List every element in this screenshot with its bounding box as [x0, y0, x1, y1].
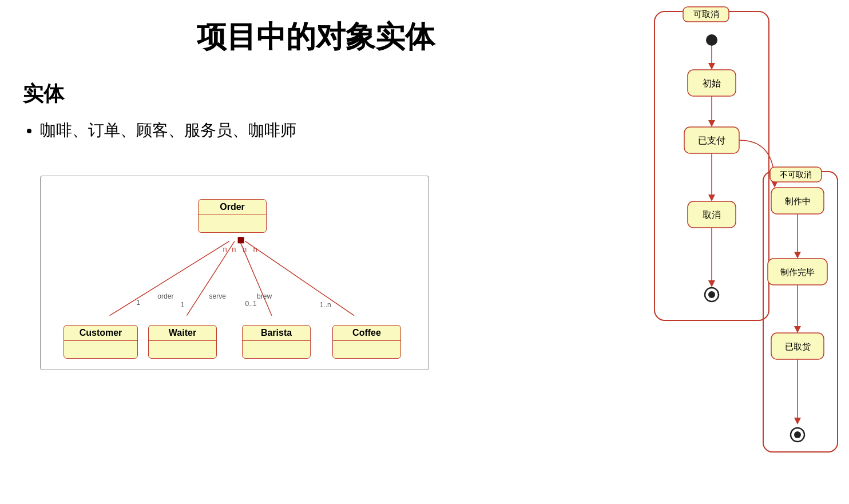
svg-text:1: 1: [180, 300, 184, 309]
uml-box-customer: Customer: [64, 325, 138, 359]
state-paid: 已支付: [698, 136, 725, 145]
customer-header: Customer: [64, 326, 137, 341]
svg-text:0..1: 0..1: [245, 300, 257, 308]
barista-body: [243, 341, 310, 358]
page-title: 项目中的对象实体: [23, 17, 609, 57]
uml-diagram: n n n n 1 order 1 serve 0..1 brew: [52, 193, 417, 358]
waiter-header: Waiter: [149, 326, 216, 341]
svg-line-0: [110, 241, 229, 316]
svg-text:n: n: [232, 245, 236, 253]
coffee-body: [333, 341, 400, 358]
uml-box-barista: Barista: [242, 325, 311, 359]
state-initial: 初始: [703, 78, 721, 88]
state-making: 制作中: [785, 196, 811, 206]
barista-header: Barista: [243, 326, 310, 341]
left-panel: 项目中的对象实体 实体 咖啡、订单、顾客、服务员、咖啡师: [0, 0, 632, 504]
group-uncancelable-label: 不可取消: [780, 170, 812, 179]
svg-marker-29: [708, 280, 715, 287]
svg-marker-36: [794, 252, 801, 259]
uml-box-coffee: Coffee: [332, 325, 401, 359]
coffee-header: Coffee: [333, 326, 400, 341]
svg-point-31: [708, 291, 715, 298]
uml-diagram-container: n n n n 1 order 1 serve 0..1 brew: [40, 176, 429, 370]
svg-text:order: order: [157, 292, 173, 300]
svg-text:n: n: [223, 245, 227, 253]
state-done: 制作完毕: [780, 267, 815, 277]
order-body: [199, 215, 266, 232]
svg-marker-25: [708, 195, 715, 201]
svg-rect-4: [238, 237, 244, 243]
bullet-item-1: 咖啡、订单、顾客、服务员、咖啡师: [40, 120, 609, 141]
svg-text:serve: serve: [209, 292, 226, 300]
svg-text:1..n: 1..n: [320, 301, 331, 309]
state-diagram-svg: 可取消 初始 已支付 取消 不可取消: [637, 6, 843, 498]
svg-marker-42: [794, 418, 801, 424]
svg-line-3: [245, 241, 354, 316]
svg-text:n: n: [243, 245, 247, 253]
state-delivered: 已取货: [785, 342, 811, 351]
waiter-body: [149, 341, 216, 358]
svg-text:n: n: [253, 245, 257, 253]
initial-dot: [706, 34, 717, 46]
svg-point-44: [794, 431, 801, 438]
group-cancelable-label: 可取消: [693, 9, 719, 19]
customer-body: [64, 341, 137, 358]
svg-line-1: [187, 241, 235, 316]
uml-box-order: Order: [198, 199, 267, 233]
svg-text:brew: brew: [257, 292, 272, 300]
section-label: 实体: [23, 80, 609, 108]
svg-marker-39: [794, 326, 801, 333]
svg-text:1: 1: [136, 298, 140, 307]
order-header: Order: [199, 200, 266, 215]
state-cancelled: 取消: [703, 210, 721, 220]
svg-line-2: [240, 241, 272, 316]
right-panel: 可取消 初始 已支付 取消 不可取消: [632, 0, 849, 504]
svg-marker-22: [708, 120, 715, 127]
uml-box-waiter: Waiter: [148, 325, 217, 359]
svg-marker-19: [708, 63, 715, 70]
bullet-list: 咖啡、订单、顾客、服务员、咖啡师: [40, 120, 609, 147]
